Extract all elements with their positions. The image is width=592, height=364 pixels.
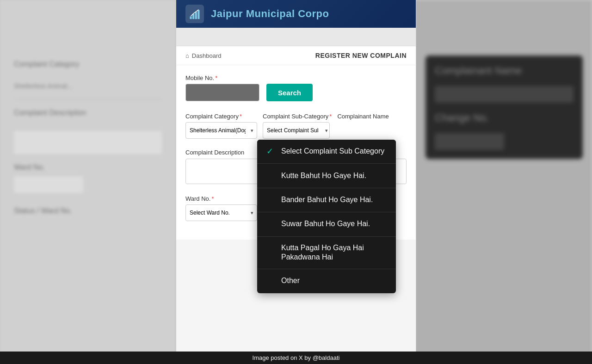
complainant-name-label: Complainant Name: [337, 113, 388, 120]
mobile-field-group: Mobile No.*: [185, 74, 259, 101]
svg-rect-0: [190, 17, 192, 19]
bottom-bar: Image posted on X by @baldaati: [0, 352, 592, 364]
svg-rect-2: [195, 12, 197, 19]
complaint-sub-category-select[interactable]: Select Complaint Sub Cate: [263, 122, 330, 139]
check-icon: ✓: [266, 146, 276, 157]
ward-required: *: [211, 195, 214, 202]
dropdown-item-label-default: Select Complaint Sub Category: [281, 147, 384, 156]
mobile-required: *: [215, 74, 217, 81]
bg-left: Complaint Category Shelterless Animal...…: [0, 0, 176, 364]
dashboard-label: Dashboard: [192, 52, 222, 59]
bg-right-text-2: Change No.: [435, 112, 574, 124]
form-area: Mobile No.* Search Complaint Category* S…: [176, 65, 416, 240]
complainant-name-wrapper: Complainant Name: [337, 113, 388, 120]
dropdown-item-label-suwar: Suwar Bahut Ho Gaye Hai.: [281, 219, 370, 229]
bg-right-text-1: Complainant Name: [435, 65, 574, 77]
ward-select[interactable]: Select Ward No.: [185, 204, 257, 221]
sub-header: [176, 28, 416, 46]
dropdown-item-kutte[interactable]: ✓ Kutte Bahut Ho Gaye Hai.: [257, 164, 396, 188]
dropdown-item-label-kutta-pagal: Kutta Pagal Ho Gaya Hai Pakadwana Hai: [281, 243, 387, 263]
category-row: Complaint Category* Shelterless Animal(D…: [185, 113, 407, 139]
dropdown-item-label-other: Other: [281, 276, 300, 286]
dropdown-item-other[interactable]: ✓ Other: [257, 269, 396, 293]
category-required: *: [240, 113, 242, 120]
bg-left-value: Shelterless Animal...: [14, 82, 162, 90]
page-title: REGISTER NEW COMPLAIN: [315, 52, 407, 59]
bg-right: Complainant Name Change No.: [414, 0, 592, 364]
dashboard-link[interactable]: ⌂ Dashboard: [185, 52, 221, 59]
dropdown-item-suwar[interactable]: ✓ Suwar Bahut Ho Gaye Hai.: [257, 212, 396, 236]
footer-text: Image posted on X by @baldaati: [253, 354, 340, 361]
home-icon: ⌂: [185, 52, 189, 59]
complaint-category-select[interactable]: Shelterless Animal(Dog/Mo: [185, 122, 257, 139]
bg-left-ward: Ward No.: [14, 163, 162, 172]
header-title: Jaipur Municipal Corpo: [211, 8, 329, 20]
complaint-sub-category-select-container: Select Complaint Sub Cate: [263, 122, 332, 139]
complaint-sub-category-wrapper: Complaint Sub-Category* Select Complaint…: [263, 113, 332, 139]
svg-rect-3: [197, 10, 199, 19]
ward-wrapper: Ward No.* Select Ward No.: [185, 195, 257, 221]
dropdown-item-kutta-pagal[interactable]: ✓ Kutta Pagal Ho Gaya Hai Pakadwana Hai: [257, 237, 396, 270]
app-header: Jaipur Municipal Corpo: [176, 0, 416, 28]
dropdown-item-bander[interactable]: ✓ Bander Bahut Ho Gaye Hai.: [257, 188, 396, 212]
dropdown-item-label-bander: Bander Bahut Ho Gaye Hai.: [281, 195, 373, 205]
bg-left-category: Complaint Category: [14, 60, 162, 68]
sub-category-dropdown: ✓ Select Complaint Sub Category ✓ Kutte …: [257, 140, 396, 293]
complaint-category-wrapper: Complaint Category* Shelterless Animal(D…: [185, 113, 257, 139]
ward-select-container: Select Ward No.: [185, 204, 257, 221]
bg-left-desc: Complaint Description: [14, 109, 162, 117]
logo-icon: [185, 5, 204, 23]
complaint-category-select-container: Shelterless Animal(Dog/Mo: [185, 122, 257, 139]
bg-right-content: Complainant Name Change No.: [426, 56, 583, 159]
app-container: Jaipur Municipal Corpo ⌂ Dashboard REGIS…: [176, 0, 416, 352]
ward-label: Ward No.*: [185, 195, 257, 202]
description-label: Complaint Description: [185, 149, 244, 156]
mobile-input[interactable]: [185, 84, 259, 101]
nav-bar: ⌂ Dashboard REGISTER NEW COMPLAIN: [176, 46, 416, 65]
complaint-sub-category-label: Complaint Sub-Category*: [263, 113, 332, 120]
search-button[interactable]: Search: [266, 84, 313, 101]
mobile-label: Mobile No.*: [185, 74, 259, 81]
mobile-row: Mobile No.* Search: [185, 74, 407, 101]
complaint-category-label: Complaint Category*: [185, 113, 257, 120]
dropdown-item-label-kutte: Kutte Bahut Ho Gaye Hai.: [281, 171, 366, 181]
sub-category-required: *: [329, 113, 332, 120]
dropdown-item-default[interactable]: ✓ Select Complaint Sub Category: [257, 140, 396, 164]
